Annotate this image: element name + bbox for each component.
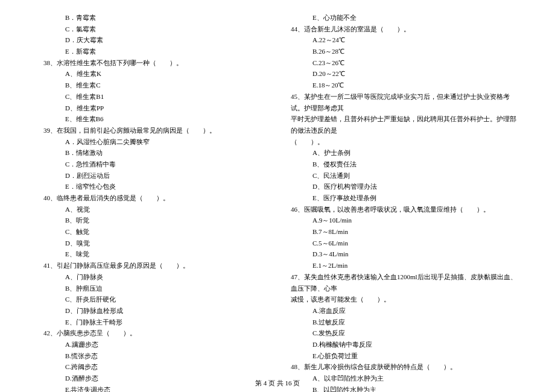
option: E、门静脉主干畸形 bbox=[36, 317, 271, 328]
question-40: 40、临终患者最后消失的感觉是（ ）。 bbox=[36, 192, 271, 204]
option: A、维生素K bbox=[36, 68, 271, 80]
option: D、嗅觉 bbox=[36, 238, 271, 249]
option: E、心功能不全 bbox=[284, 12, 519, 24]
question-47-cont: 减慢，该患者可能发生（ ）。 bbox=[284, 294, 519, 305]
option: D.20～22℃ bbox=[284, 68, 519, 80]
option: C．急性酒精中毒 bbox=[36, 159, 271, 170]
option: D．庆大霉素 bbox=[36, 34, 271, 46]
option: B、维生素C bbox=[36, 80, 271, 91]
option: A、视觉 bbox=[36, 204, 271, 215]
option: C、触觉 bbox=[36, 226, 271, 238]
question-48: 48、新生儿寒冷损伤综合征皮肤硬肿的特点是（ ）。 bbox=[284, 361, 519, 373]
option: B、侵权责任法 bbox=[284, 159, 519, 170]
option: B.过敏反应 bbox=[284, 317, 519, 328]
option: C.5～6L/min bbox=[284, 238, 519, 249]
option: B、听觉 bbox=[36, 215, 271, 226]
option: D．剧烈运动后 bbox=[36, 170, 271, 182]
option: E.共济失调步态 bbox=[36, 384, 271, 392]
option: D.酒醉步态 bbox=[36, 373, 271, 384]
option: D.3～4L/min bbox=[284, 248, 519, 260]
option: B.慌张步态 bbox=[36, 350, 271, 362]
option: A．风湿性心脏病二尖瓣狭窄 bbox=[36, 136, 271, 148]
option: D、医疗机构管理办法 bbox=[284, 181, 519, 192]
option: A、门静脉炎 bbox=[36, 271, 271, 283]
option: E、医疗事故处理条例 bbox=[284, 192, 519, 204]
option: B、以凹陷性水肿为主 bbox=[284, 384, 519, 392]
option: C.发热反应 bbox=[284, 327, 519, 339]
option: B.26～28℃ bbox=[284, 46, 519, 57]
question-44: 44、适合新生儿沐浴的室温是（ ）。 bbox=[284, 24, 519, 35]
question-39: 39、在我国，目前引起心房颤动最常见的病因是（ ）。 bbox=[36, 125, 271, 136]
option: A.9～10L/min bbox=[284, 215, 519, 226]
option: B、肿瘤压迫 bbox=[36, 283, 271, 294]
option: D、维生素PP bbox=[36, 103, 271, 114]
left-column: B．青霉素 C．氯霉素 D．庆大霉素 E．新霉素 38、水溶性维生素不包括下列哪… bbox=[30, 12, 278, 368]
option: B.7～8L/min bbox=[284, 226, 519, 238]
option: A、护士条例 bbox=[284, 147, 519, 159]
question-41: 41、引起门静脉高压症最多见的原因是（ ）。 bbox=[36, 260, 271, 271]
option: A.溶血反应 bbox=[284, 305, 519, 317]
question-45-cont: 平时无护理差错，且普外科护士严重短缺，因此聘用其任普外科护士。护理部的做法违反的… bbox=[284, 113, 519, 136]
right-column: E、心功能不全 44、适合新生儿沐浴的室温是（ ）。 A.22～24℃ B.26… bbox=[278, 12, 525, 368]
option: E、味觉 bbox=[36, 248, 271, 260]
option: E．新霉素 bbox=[36, 46, 271, 57]
option: C、民法通则 bbox=[284, 170, 519, 182]
question-46: 46、医嘱吸氧，以改善患者呼吸状况，吸入氧流量应维持（ ）。 bbox=[284, 204, 519, 215]
option: A、以非凹陷性水肿为主 bbox=[284, 373, 519, 384]
option: C、肝炎后肝硬化 bbox=[36, 294, 271, 305]
option: A.蹒跚步态 bbox=[36, 339, 271, 350]
option: E、维生素B6 bbox=[36, 113, 271, 125]
option: D、门静脉血栓形成 bbox=[36, 305, 271, 317]
question-47: 47、某失血性休克患者快速输入全血1200ml后出现手足抽搐、皮肤黏膜出血、血压… bbox=[284, 271, 519, 294]
exam-page: B．青霉素 C．氯霉素 D．庆大霉素 E．新霉素 38、水溶性维生素不包括下列哪… bbox=[0, 0, 555, 374]
option: A.22～24℃ bbox=[284, 34, 519, 46]
option: B．情绪激动 bbox=[36, 147, 271, 159]
question-38: 38、水溶性维生素不包括下列哪一种（ ）。 bbox=[36, 57, 271, 69]
question-45: 45、某护生在一所二级甲等医院完成毕业实习后，但未通过护士执业资格考试。护理部考… bbox=[284, 91, 519, 113]
option: E.1～2L/min bbox=[284, 260, 519, 271]
option: C.跨阈步态 bbox=[36, 361, 271, 373]
option: C、维生素B1 bbox=[36, 91, 271, 103]
option: C.23～26℃ bbox=[284, 57, 519, 69]
option: E.心脏负荷过重 bbox=[284, 350, 519, 362]
option: D.枸橼酸钠中毒反应 bbox=[284, 339, 519, 350]
option: B．青霉素 bbox=[36, 12, 271, 24]
question-42: 42、小脑疾患步态呈（ ）。 bbox=[36, 327, 271, 339]
option: E．缩窄性心包炎 bbox=[36, 181, 271, 192]
option: C．氯霉素 bbox=[36, 24, 271, 35]
question-45-cont: （ ）。 bbox=[284, 136, 519, 148]
option: E.18～20℃ bbox=[284, 80, 519, 91]
